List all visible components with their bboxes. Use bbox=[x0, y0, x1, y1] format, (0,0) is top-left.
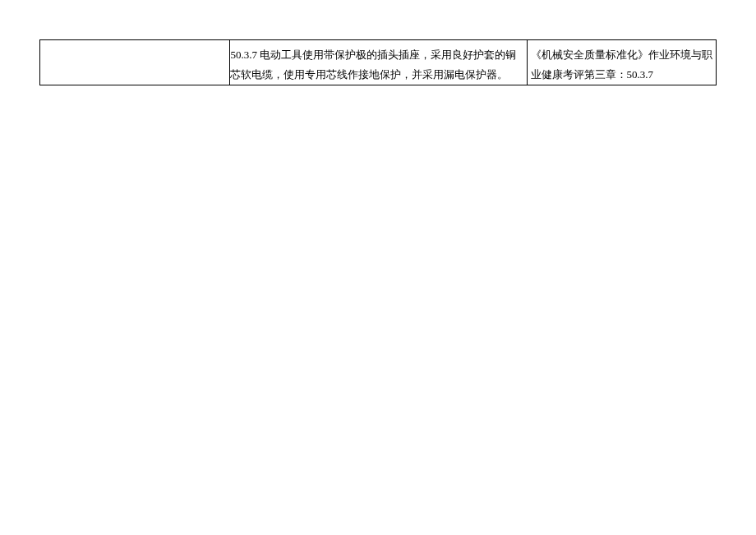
cell-text-right: 《机械安全质量标准化》作业环境与职业健康考评第三章：50.3.7 bbox=[531, 48, 712, 81]
table-cell-right: 《机械安全质量标准化》作业环境与职业健康考评第三章：50.3.7 bbox=[528, 40, 716, 85]
standards-table: 50.3.7 电动工具使用带保护极的插头插座，采用良好护套的铜芯软电缆，使用专用… bbox=[39, 39, 717, 85]
table-cell-middle: 50.3.7 电动工具使用带保护极的插头插座，采用良好护套的铜芯软电缆，使用专用… bbox=[230, 40, 527, 85]
table-cell-left bbox=[40, 40, 230, 85]
cell-text-middle: 50.3.7 电动工具使用带保护极的插头插座，采用良好护套的铜芯软电缆，使用专用… bbox=[230, 48, 516, 81]
